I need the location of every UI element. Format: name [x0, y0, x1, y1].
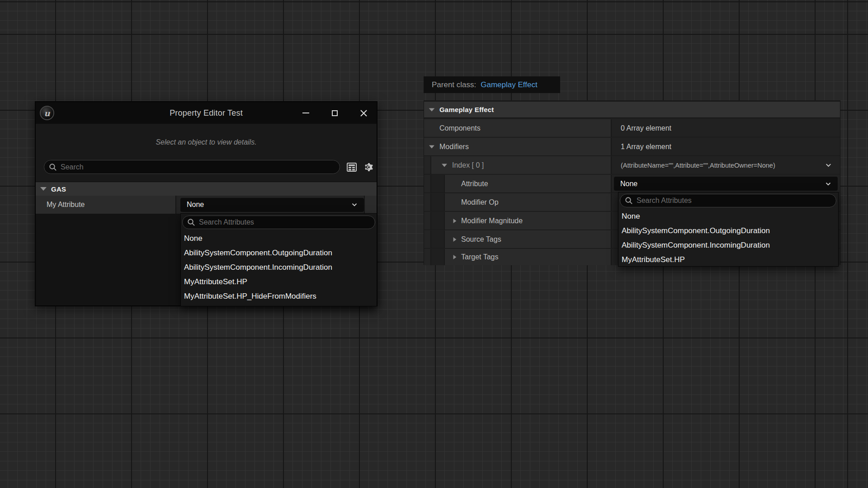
modifiers-count: 1 Array element	[621, 143, 671, 151]
dropdown-option[interactable]: None	[181, 231, 377, 246]
dropdown-option[interactable]: MyAttributeSet.HP	[181, 275, 377, 289]
indent-guide	[424, 193, 431, 211]
chevron-down-icon[interactable]	[824, 161, 833, 169]
category-row-gas[interactable]: GAS	[36, 182, 377, 196]
attribute-search-input[interactable]	[199, 218, 370, 226]
dropdown-option[interactable]: MyAttributeSet.HP	[618, 253, 838, 267]
maximize-icon	[332, 110, 338, 116]
row-splitter-cell	[364, 196, 377, 214]
dropdown-option[interactable]: MyAttributeSet.HP_HideFromModifiers	[181, 289, 377, 304]
attribute-search-box[interactable]	[620, 194, 836, 207]
section-label: Gameplay Effect	[439, 106, 494, 113]
expander-down-icon[interactable]	[40, 187, 47, 191]
dropdown-option[interactable]: AbilitySystemComponent.OutgoingDuration	[618, 224, 838, 238]
table-view-icon	[346, 162, 357, 172]
section-row-gameplay-effect[interactable]: Gameplay Effect	[424, 102, 840, 118]
dropdown-option[interactable]: AbilitySystemComponent.IncomingDuration	[181, 260, 377, 275]
minimize-icon	[302, 113, 309, 113]
details-search-box[interactable]	[44, 160, 340, 174]
attribute-dropdown-menu: None AbilitySystemComponent.OutgoingDura…	[618, 192, 839, 267]
chevron-down-icon	[824, 180, 832, 188]
search-icon	[625, 197, 633, 205]
parent-class-bar: Parent class: Gameplay Effect	[424, 76, 560, 93]
modifiers-label: Modifiers	[439, 143, 469, 151]
combobox-value: None	[187, 201, 204, 209]
source-tags-label: Source Tags	[461, 235, 501, 244]
indent-guide	[424, 230, 431, 248]
expander-right-icon[interactable]	[453, 237, 457, 241]
components-count: 0 Array element	[621, 124, 671, 132]
search-input[interactable]	[61, 163, 335, 171]
indent-guide	[431, 193, 445, 211]
expander-right-icon[interactable]	[453, 255, 457, 259]
category-label: GAS	[51, 185, 66, 193]
row-components: Components 0 Array element	[424, 119, 840, 137]
display-mode-button[interactable]	[346, 162, 357, 172]
gear-icon	[363, 162, 374, 173]
close-button[interactable]	[359, 108, 368, 118]
search-icon	[49, 163, 57, 171]
indent-guide	[431, 212, 445, 230]
attribute-dropdown-menu: None AbilitySystemComponent.OutgoingDura…	[180, 213, 377, 306]
row-modifiers: Modifiers 1 Array element	[424, 138, 840, 156]
expander-down-icon[interactable]	[429, 108, 435, 111]
maximize-button[interactable]	[330, 108, 340, 118]
index-label: Index [ 0 ]	[452, 161, 484, 169]
indent-guide	[431, 249, 445, 265]
struct-preview-text: (AttributeName="",Attribute="",Attribute…	[621, 162, 775, 169]
parent-class-label: Parent class:	[432, 80, 476, 89]
indent-guide	[424, 156, 431, 174]
row-index-0: Index [ 0 ] (AttributeName="",Attribute=…	[424, 156, 840, 174]
blueprint-grid-background: u Property Editor Test Select an object …	[0, 0, 868, 488]
target-tags-label: Target Tags	[461, 253, 498, 261]
components-label: Components	[429, 124, 481, 132]
row-attribute: Attribute None	[424, 175, 840, 193]
expander-right-icon[interactable]	[453, 218, 457, 223]
attribute-label: Attribute	[461, 180, 488, 188]
dropdown-option[interactable]: AbilitySystemComponent.IncomingDuration	[618, 238, 838, 253]
attribute-search-input[interactable]	[637, 197, 831, 205]
expander-down-icon[interactable]	[442, 164, 447, 167]
close-icon	[360, 109, 368, 117]
indent-guide	[424, 175, 431, 192]
property-name-cell: My Attribute	[36, 196, 176, 214]
minimize-button[interactable]	[301, 108, 311, 118]
parent-class-link[interactable]: Gameplay Effect	[481, 80, 537, 89]
property-value-cell: None	[176, 196, 364, 214]
combobox-value: None	[620, 180, 637, 188]
modifier-op-label: Modifier Op	[461, 198, 499, 206]
indent-guide	[424, 212, 431, 230]
indent-guide	[431, 175, 445, 192]
my-attribute-combobox[interactable]: None	[180, 198, 364, 212]
indent-guide	[431, 230, 445, 248]
indent-guide	[424, 249, 431, 265]
property-row-my-attribute: My Attribute None	[36, 196, 377, 214]
modifier-magnitude-label: Modifier Magnitude	[461, 217, 523, 225]
search-icon	[187, 218, 195, 226]
empty-details-hint: Select an object to view details.	[36, 138, 377, 146]
attribute-combobox[interactable]: None	[614, 177, 838, 191]
window-titlebar[interactable]: u Property Editor Test	[36, 102, 377, 124]
view-options-button[interactable]	[363, 162, 374, 173]
expander-down-icon[interactable]	[429, 145, 434, 148]
dropdown-option[interactable]: AbilitySystemComponent.OutgoingDuration	[181, 246, 377, 260]
attribute-search-box[interactable]	[182, 216, 375, 229]
dropdown-option[interactable]: None	[618, 209, 838, 224]
chevron-down-icon	[350, 201, 359, 209]
